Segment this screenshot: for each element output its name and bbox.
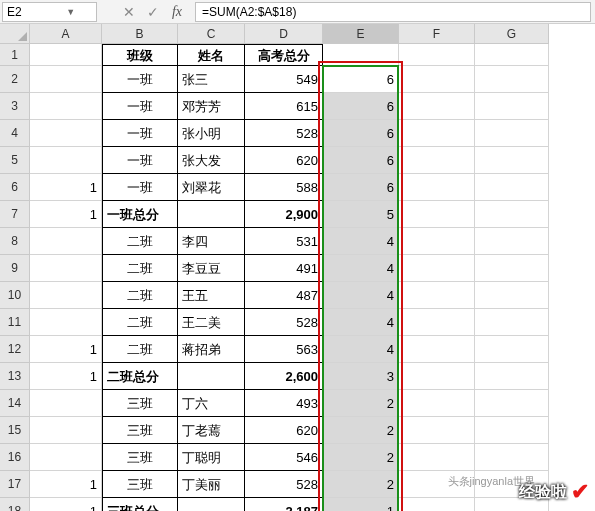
cell-G8[interactable] [475,228,549,255]
cell-E8[interactable]: 4 [323,228,399,255]
col-header-E[interactable]: E [323,24,399,44]
cell-C18[interactable] [178,498,245,511]
row-header-9[interactable]: 9 [0,255,30,282]
cell-D4[interactable]: 528 [245,120,323,147]
cell-B15[interactable]: 三班 [102,417,178,444]
row-header-16[interactable]: 16 [0,444,30,471]
cell-F5[interactable] [399,147,475,174]
cell-G4[interactable] [475,120,549,147]
col-header-D[interactable]: D [245,24,323,44]
col-header-A[interactable]: A [30,24,102,44]
cell-C10[interactable]: 王五 [178,282,245,309]
cell-B8[interactable]: 二班 [102,228,178,255]
cell-E11[interactable]: 4 [323,309,399,336]
cell-C2[interactable]: 张三 [178,66,245,93]
cell-A4[interactable] [30,120,102,147]
cell-C8[interactable]: 李四 [178,228,245,255]
cell-F13[interactable] [399,363,475,390]
cell-E6[interactable]: 6 [323,174,399,201]
col-header-F[interactable]: F [399,24,475,44]
cell-C15[interactable]: 丁老蔫 [178,417,245,444]
cell-G5[interactable] [475,147,549,174]
name-box-dropdown-icon[interactable]: ▼ [50,7,93,17]
cell-C12[interactable]: 蒋招弟 [178,336,245,363]
cell-E3[interactable]: 6 [323,93,399,120]
cell-C9[interactable]: 李豆豆 [178,255,245,282]
cell-B4[interactable]: 一班 [102,120,178,147]
cell-F7[interactable] [399,201,475,228]
cell-G9[interactable] [475,255,549,282]
row-header-14[interactable]: 14 [0,390,30,417]
cell-E16[interactable]: 2 [323,444,399,471]
row-header-13[interactable]: 13 [0,363,30,390]
cell-B16[interactable]: 三班 [102,444,178,471]
spreadsheet-grid[interactable]: ABCDEFG1班级姓名高考总分2一班张三54963一班邓芳芳61564一班张小… [0,24,595,511]
cell-D17[interactable]: 528 [245,471,323,498]
cell-A8[interactable] [30,228,102,255]
cell-A2[interactable] [30,66,102,93]
cell-D16[interactable]: 546 [245,444,323,471]
cell-B10[interactable]: 二班 [102,282,178,309]
cell-E2[interactable]: 6 [323,66,399,93]
cell-A16[interactable] [30,444,102,471]
row-header-12[interactable]: 12 [0,336,30,363]
cell-C17[interactable]: 丁美丽 [178,471,245,498]
cell-G11[interactable] [475,309,549,336]
cell-E14[interactable]: 2 [323,390,399,417]
col-header-C[interactable]: C [178,24,245,44]
cell-B2[interactable]: 一班 [102,66,178,93]
cell-F8[interactable] [399,228,475,255]
cell-A3[interactable] [30,93,102,120]
cell-G13[interactable] [475,363,549,390]
cell-D10[interactable]: 487 [245,282,323,309]
row-header-11[interactable]: 11 [0,309,30,336]
cell-D7[interactable]: 2,900 [245,201,323,228]
cell-E17[interactable]: 2 [323,471,399,498]
cell-A7[interactable]: 1 [30,201,102,228]
row-header-4[interactable]: 4 [0,120,30,147]
cell-D15[interactable]: 620 [245,417,323,444]
cell-F9[interactable] [399,255,475,282]
row-header-8[interactable]: 8 [0,228,30,255]
cell-D2[interactable]: 549 [245,66,323,93]
cell-E13[interactable]: 3 [323,363,399,390]
cell-G2[interactable] [475,66,549,93]
cell-D6[interactable]: 588 [245,174,323,201]
cell-F11[interactable] [399,309,475,336]
cell-A14[interactable] [30,390,102,417]
cell-G3[interactable] [475,93,549,120]
cell-F4[interactable] [399,120,475,147]
cell-C1[interactable]: 姓名 [178,44,245,66]
cell-F6[interactable] [399,174,475,201]
cell-G15[interactable] [475,417,549,444]
cell-B6[interactable]: 一班 [102,174,178,201]
enter-icon[interactable]: ✓ [141,4,165,20]
cell-G10[interactable] [475,282,549,309]
cell-D9[interactable]: 491 [245,255,323,282]
cell-A12[interactable]: 1 [30,336,102,363]
cell-B1[interactable]: 班级 [102,44,178,66]
cell-E1[interactable] [323,44,399,66]
cell-G7[interactable] [475,201,549,228]
cell-A17[interactable]: 1 [30,471,102,498]
row-header-6[interactable]: 6 [0,174,30,201]
row-header-2[interactable]: 2 [0,66,30,93]
cell-C14[interactable]: 丁六 [178,390,245,417]
cell-B17[interactable]: 三班 [102,471,178,498]
row-header-15[interactable]: 15 [0,417,30,444]
cell-G1[interactable] [475,44,549,66]
cell-C5[interactable]: 张大发 [178,147,245,174]
cell-B9[interactable]: 二班 [102,255,178,282]
cell-B5[interactable]: 一班 [102,147,178,174]
name-box[interactable]: E2 ▼ [2,2,97,22]
cell-B14[interactable]: 三班 [102,390,178,417]
cell-E4[interactable]: 6 [323,120,399,147]
cell-A5[interactable] [30,147,102,174]
cell-C11[interactable]: 王二美 [178,309,245,336]
cell-E9[interactable]: 4 [323,255,399,282]
cell-D5[interactable]: 620 [245,147,323,174]
cell-F16[interactable] [399,444,475,471]
cell-E12[interactable]: 4 [323,336,399,363]
cell-G6[interactable] [475,174,549,201]
cell-F10[interactable] [399,282,475,309]
